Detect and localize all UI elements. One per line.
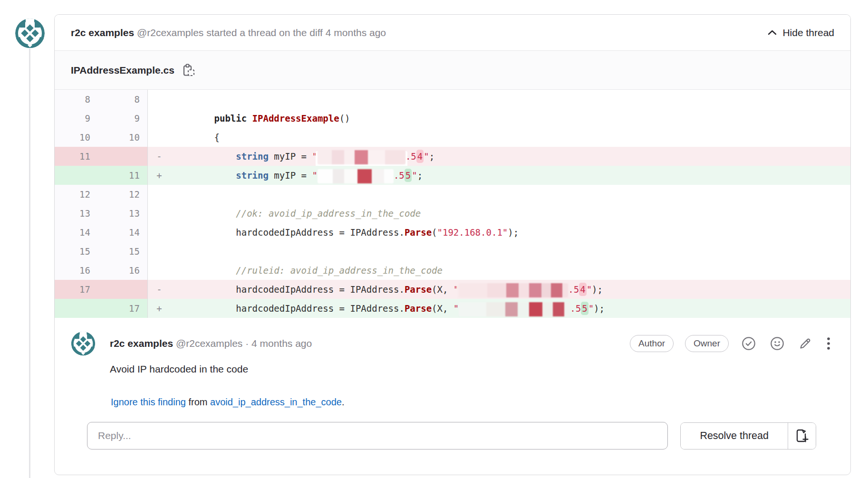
- check-circle-icon: [742, 336, 756, 351]
- resolve-thread-group: Resolve thread: [680, 422, 816, 449]
- line-number-new[interactable]: [98, 147, 148, 166]
- code-line: hardcodedIpAddress = IPAddress.Parse("19…: [171, 223, 850, 242]
- r2c-logo-avatar: [15, 18, 45, 48]
- diff-row: 1515: [55, 242, 850, 261]
- diff-marker: [148, 242, 171, 261]
- comment-author-meta: @r2cexamples · 4 months ago: [173, 338, 312, 349]
- edit-comment-button[interactable]: [797, 335, 813, 352]
- diff-marker: -: [148, 147, 171, 166]
- diff-marker: [148, 261, 171, 280]
- discussion-card: r2c examples @r2cexamples started a thre…: [54, 14, 851, 475]
- hide-thread-button[interactable]: Hide thread: [768, 27, 834, 38]
- chevron-up-icon: [768, 30, 777, 35]
- line-number-old[interactable]: 12: [55, 185, 98, 204]
- more-actions-button[interactable]: [825, 335, 832, 352]
- diff-marker: [148, 90, 171, 109]
- diff-row: 1212: [55, 185, 850, 204]
- line-number-old[interactable]: 10: [55, 128, 98, 147]
- copy-to-clipboard-icon: [183, 64, 195, 77]
- line-number-new[interactable]: 15: [98, 242, 148, 261]
- diff-row: 1616 //ruleid: avoid_ip_address_in_the_c…: [55, 261, 850, 280]
- comment-author-avatar[interactable]: [71, 331, 96, 356]
- line-number-new[interactable]: 13: [98, 204, 148, 223]
- thread-author-avatar[interactable]: [15, 18, 45, 48]
- thread-header-meta: @r2cexamples started a thread on the dif…: [134, 27, 386, 38]
- line-number-new[interactable]: 12: [98, 185, 148, 204]
- diff-row: 99 public IPAddressExample(): [55, 109, 850, 128]
- diff-row: 1414 hardcodedIpAddress = IPAddress.Pars…: [55, 223, 850, 242]
- new-issue-icon: [795, 429, 809, 443]
- diff-row: 17- hardcodedIpAddress = IPAddress.Parse…: [55, 280, 850, 299]
- line-number-old[interactable]: 15: [55, 242, 98, 261]
- file-header: IPAddressExample.cs: [55, 51, 850, 90]
- line-number-old[interactable]: 11: [55, 147, 98, 166]
- diff-marker: +: [148, 299, 171, 318]
- thread-header: r2c examples @r2cexamples started a thre…: [55, 15, 850, 51]
- kebab-menu-icon: [826, 336, 831, 351]
- diff-marker: [148, 109, 171, 128]
- code-line: [171, 242, 850, 261]
- file-name: IPAddressExample.cs: [71, 65, 174, 76]
- line-number-new[interactable]: [98, 280, 148, 299]
- comment-header: r2c examples @r2cexamples · 4 months ago…: [71, 331, 832, 356]
- diff-marker: [148, 185, 171, 204]
- line-number-new[interactable]: 17: [98, 299, 148, 318]
- line-number-new[interactable]: 16: [98, 261, 148, 280]
- line-number-new[interactable]: 14: [98, 223, 148, 242]
- discussion-page: r2c examples @r2cexamples started a thre…: [0, 0, 868, 478]
- copy-file-path-button[interactable]: [182, 63, 196, 78]
- rule-link[interactable]: avoid_ip_address_in_the_code: [210, 397, 342, 407]
- diff-marker: [148, 223, 171, 242]
- comment-author-name: r2c examples: [110, 338, 173, 349]
- smiley-icon: [770, 336, 784, 351]
- code-line: hardcodedIpAddress = IPAddress.Parse(X, …: [171, 299, 850, 318]
- owner-badge: Owner: [685, 335, 729, 352]
- line-number-old[interactable]: 17: [55, 280, 98, 299]
- line-number-new[interactable]: 8: [98, 90, 148, 109]
- resolve-thread-button[interactable]: Resolve thread: [681, 423, 788, 449]
- resolve-comment-button[interactable]: [740, 335, 757, 352]
- line-number-new[interactable]: 11: [98, 166, 148, 185]
- line-number-new[interactable]: 9: [98, 109, 148, 128]
- emoji-reaction-button[interactable]: [769, 335, 786, 352]
- diff-marker: [148, 204, 171, 223]
- hide-thread-label: Hide thread: [782, 27, 834, 38]
- comment-author-line: r2c examples @r2cexamples · 4 months ago: [110, 338, 630, 349]
- code-line: string myIP = ".55";: [171, 166, 850, 185]
- diff-row: 11- string myIP = ".54";: [55, 147, 850, 166]
- thread-header-text: r2c examples @r2cexamples started a thre…: [71, 27, 386, 38]
- comment-actions: Author Owner: [630, 335, 832, 352]
- diff-row: 1313 //ok: avoid_ip_address_in_the_code: [55, 204, 850, 223]
- line-number-old[interactable]: 13: [55, 204, 98, 223]
- comment-footer: Ignore this finding from avoid_ip_addres…: [111, 397, 832, 408]
- code-line: //ruleid: avoid_ip_address_in_the_code: [171, 261, 850, 280]
- r2c-logo-avatar: [71, 331, 96, 356]
- redacted-ip-blur: [459, 283, 568, 297]
- author-badge: Author: [630, 335, 674, 352]
- line-number-old[interactable]: [55, 299, 98, 318]
- line-number-old[interactable]: 14: [55, 223, 98, 242]
- diff-row: 17+ hardcodedIpAddress = IPAddress.Parse…: [55, 299, 850, 318]
- pencil-icon: [799, 337, 812, 350]
- diff-table: 8899 public IPAddressExample()1010 {11- …: [55, 90, 850, 318]
- redacted-ip-blur: [318, 150, 405, 164]
- comment-section: r2c examples @r2cexamples · 4 months ago…: [55, 318, 850, 449]
- line-number-new[interactable]: 10: [98, 128, 148, 147]
- reply-input[interactable]: [87, 422, 668, 449]
- diff-row: 11+ string myIP = ".55";: [55, 166, 850, 185]
- code-line: string myIP = ".54";: [171, 147, 850, 166]
- redacted-ip-blur: [459, 302, 570, 316]
- line-number-old[interactable]: 8: [55, 90, 98, 109]
- redacted-ip-blur: [318, 169, 394, 183]
- code-line: //ok: avoid_ip_address_in_the_code: [171, 204, 850, 223]
- comment-body: Avoid IP hardcoded in the code: [110, 363, 832, 375]
- line-number-old[interactable]: 9: [55, 109, 98, 128]
- ignore-finding-link[interactable]: Ignore this finding: [111, 397, 186, 407]
- new-issue-from-thread-button[interactable]: [788, 423, 816, 449]
- thread-author-name: r2c examples: [71, 27, 134, 38]
- footer-period: .: [342, 397, 345, 407]
- line-number-old[interactable]: 16: [55, 261, 98, 280]
- diff-row: 1010 {: [55, 128, 850, 147]
- code-line: [171, 90, 850, 109]
- line-number-old[interactable]: [55, 166, 98, 185]
